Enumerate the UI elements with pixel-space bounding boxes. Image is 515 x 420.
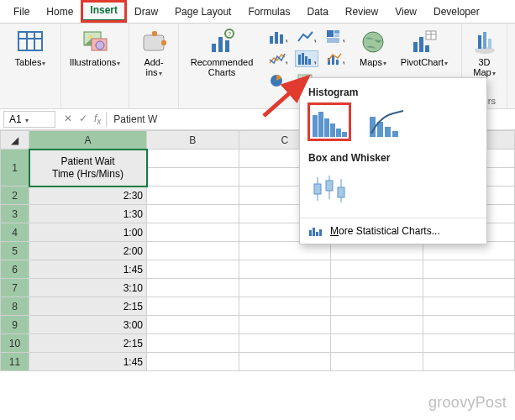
cell[interactable]: 2:15 (29, 334, 147, 353)
enter-formula-icon[interactable]: ✓ (79, 113, 87, 126)
cell[interactable] (147, 150, 239, 168)
svg-rect-43 (425, 45, 429, 52)
cell[interactable]: 2:00 (29, 242, 147, 260)
pie-chart-icon: ▾ (269, 73, 287, 88)
svg-text:▾: ▾ (286, 38, 287, 44)
svg-rect-30 (308, 59, 311, 65)
svg-rect-51 (313, 115, 318, 137)
svg-rect-70 (319, 229, 322, 236)
more-charts-icon (308, 225, 323, 237)
tables-icon (17, 29, 44, 55)
illustrations-button[interactable]: Illustrations▾ (68, 29, 122, 68)
pivotchart-button[interactable]: PivotChart▾ (399, 29, 449, 68)
cell[interactable]: 1:00 (29, 223, 147, 242)
row-header[interactable]: 1 (1, 150, 29, 186)
histogram-option[interactable] (308, 103, 350, 140)
addins-button[interactable]: Add- ins▾ (136, 29, 171, 78)
column-chart-button[interactable]: ▾ (266, 29, 290, 45)
recommended-charts-button[interactable]: ? Recommended Charts (186, 29, 258, 77)
row-header[interactable]: 2 (1, 186, 29, 205)
more-statistical-charts[interactable]: More Statistical Charts... (308, 223, 478, 239)
tab-draw[interactable]: Draw (126, 3, 166, 21)
svg-text:▾: ▾ (343, 38, 344, 44)
row-header[interactable]: 5 (1, 242, 29, 260)
svg-rect-29 (305, 56, 307, 65)
cell[interactable]: 1:30 (29, 205, 147, 223)
tab-home[interactable]: Home (38, 3, 81, 21)
group-addins: Add- ins▾ (129, 24, 179, 108)
maps-button[interactable]: Maps▾ (355, 29, 391, 68)
cell[interactable]: 3:10 (29, 279, 147, 297)
svg-rect-8 (144, 35, 164, 50)
combo-chart-button[interactable]: ▾ (323, 50, 347, 67)
svg-rect-42 (419, 37, 423, 52)
svg-rect-53 (324, 118, 329, 137)
svg-text:▾: ▾ (314, 60, 316, 66)
select-all-corner[interactable]: ◢ (1, 131, 29, 150)
box-whisker-option[interactable] (308, 169, 350, 206)
cell[interactable]: 1:45 (29, 260, 147, 279)
scatter-chart-icon: ▾ (269, 51, 287, 66)
svg-rect-48 (478, 35, 481, 49)
svg-rect-62 (314, 184, 321, 194)
row-header[interactable]: 3 (1, 205, 29, 223)
statistic-chart-button[interactable]: ▾ (295, 50, 318, 67)
svg-rect-52 (318, 112, 323, 137)
hierarchy-chart-button[interactable]: ▾ (323, 29, 347, 45)
cell[interactable]: 2:15 (29, 297, 147, 316)
column-chart-icon: ▾ (269, 29, 287, 45)
col-header-A[interactable]: A (29, 131, 147, 150)
3dmap-icon (471, 29, 498, 55)
pie-chart-button[interactable]: ▾ (266, 72, 290, 89)
scatter-chart-button[interactable]: ▾ (266, 50, 290, 67)
pareto-option[interactable] (365, 103, 407, 140)
menu-heading-box: Box and Whisker (308, 152, 478, 164)
recommended-charts-icon: ? (208, 29, 235, 55)
tab-data[interactable]: Data (298, 3, 336, 21)
cell[interactable]: Patient WaitTime (Hrs/Mins) (29, 150, 147, 186)
tables-button[interactable]: Tables▾ (7, 29, 54, 68)
svg-rect-34 (336, 60, 339, 65)
3dmap-button[interactable]: 3D Map▾ (467, 29, 502, 78)
row-header[interactable]: 6 (1, 260, 29, 279)
tab-file[interactable]: File (5, 3, 38, 21)
cell[interactable]: 1:45 (29, 353, 147, 371)
name-box[interactable]: A1 ▾ (3, 111, 55, 128)
cancel-formula-icon[interactable]: ✕ (64, 113, 72, 126)
row-header[interactable]: 7 (1, 279, 29, 297)
svg-rect-16 (270, 36, 273, 44)
svg-rect-9 (152, 31, 157, 36)
svg-rect-28 (302, 53, 304, 65)
histogram-icon (311, 108, 348, 139)
pivotchart-icon (411, 29, 438, 55)
col-header-B[interactable]: B (147, 131, 239, 150)
tab-page-layout[interactable]: Page Layout (166, 3, 239, 21)
box-whisker-icon (311, 174, 348, 204)
svg-rect-69 (316, 232, 318, 236)
svg-text:▾: ▾ (314, 38, 316, 44)
tab-insert[interactable]: Insert (81, 1, 126, 22)
tab-developer[interactable]: Developer (425, 3, 488, 21)
row-header[interactable]: 8 (1, 297, 29, 316)
row-header[interactable]: 11 (1, 353, 29, 371)
svg-rect-0 (18, 32, 42, 50)
tab-formulas[interactable]: Formulas (239, 3, 298, 21)
svg-rect-56 (342, 132, 347, 137)
row-header[interactable]: 10 (1, 334, 29, 353)
svg-text:▾: ▾ (343, 60, 344, 66)
group-tables: Tables▾ (0, 24, 61, 108)
row-header[interactable]: 9 (1, 316, 29, 334)
tab-review[interactable]: Review (337, 3, 386, 21)
svg-rect-18 (280, 34, 283, 44)
line-chart-button[interactable]: ▾ (295, 29, 318, 45)
fx-icon[interactable]: fx (94, 113, 101, 126)
chevron-down-icon: ▾ (25, 117, 29, 124)
cell[interactable]: 2:30 (29, 186, 147, 205)
svg-text:?: ? (228, 30, 232, 38)
svg-rect-24 (327, 38, 339, 43)
cell[interactable]: 3:00 (29, 316, 147, 334)
row-header[interactable]: 4 (1, 223, 29, 242)
statistic-chart-menu: Histogram Box and Whisker More Statistic… (299, 77, 487, 244)
tab-view[interactable]: View (386, 3, 425, 21)
group-illustrations: Illustrations▾ (61, 24, 129, 108)
